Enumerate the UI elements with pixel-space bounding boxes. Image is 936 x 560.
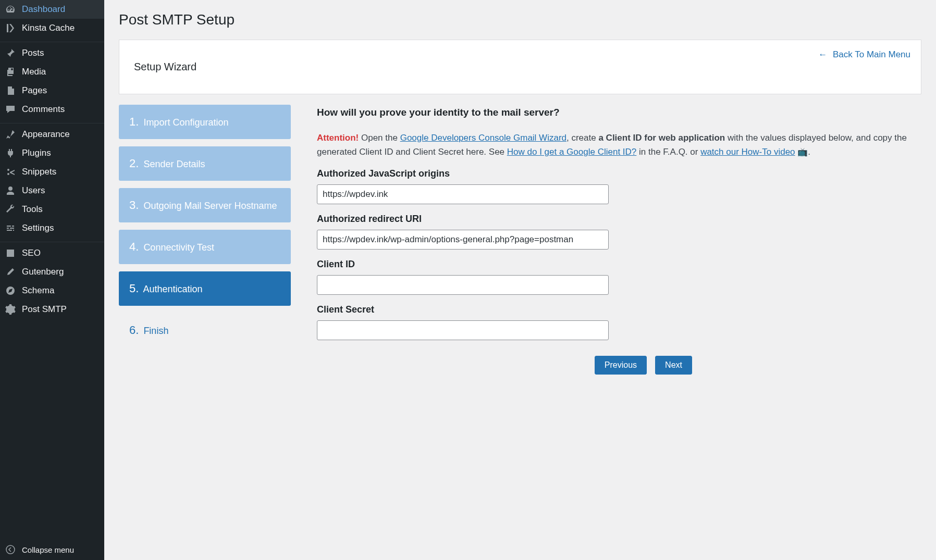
sidebar-item-label: Appearance [22,129,70,140]
tv-icon: 📺 [797,147,808,156]
page-title: Post SMTP Setup [119,11,921,28]
sidebar-item-label: Dashboard [22,4,65,15]
comment-icon [5,104,16,115]
wrench-icon [5,204,16,215]
client-secret-input[interactable] [317,320,609,340]
pin-icon [5,48,16,58]
sidebar-item-label: SEO [22,248,41,258]
menu-separator [0,239,104,242]
wizard-step-import[interactable]: 1. Import Configuration [119,105,291,139]
sidebar-item-seo[interactable]: SEO [0,244,104,263]
sidebar-item-users[interactable]: Users [0,181,104,200]
howto-video-link[interactable]: watch our How-To video [700,147,795,157]
js-origins-label: Authorized JavaScript origins [317,168,921,179]
annotation-arrow-icon [932,268,936,300]
sidebar-item-label: Plugins [22,148,51,158]
main-content: Post SMTP Setup ← Back To Main Menu Setu… [104,0,936,560]
bold-client-id: a Client ID for web application [598,133,725,143]
wizard-step-label: Connectivity Test [143,242,214,253]
next-button[interactable]: Next [655,356,692,375]
brush-icon [5,129,16,140]
sidebar-item-label: Gutenberg [22,267,64,277]
sidebar-item-label: Snippets [22,167,56,177]
wizard-steps-list: 1. Import Configuration 2. Sender Detail… [119,105,291,375]
sidebar-item-label: Settings [22,223,54,233]
redirect-uri-label: Authorized redirect URI [317,214,921,225]
annotation-arrow-icon [932,314,936,345]
plug-icon [5,148,16,158]
sidebar-item-label: Users [22,185,45,196]
sidebar-item-label: Kinsta Cache [22,23,75,33]
sidebar-item-post-smtp[interactable]: Post SMTP [0,300,104,319]
client-id-input[interactable] [317,275,609,295]
wizard-step-label: Finish [143,326,168,336]
sidebar-item-schema[interactable]: Schema [0,281,104,300]
wizard-step-finish[interactable]: 6. Finish [119,313,291,347]
compass-icon [5,285,16,296]
attention-label: Attention! [317,133,359,143]
pencil-icon [5,267,16,277]
sidebar-item-media[interactable]: Media [0,63,104,81]
menu-separator [0,120,104,123]
sidebar-item-label: Comments [22,104,65,115]
client-id-label: Client ID [317,259,921,270]
faq-link[interactable]: How do I get a Google Client ID? [507,147,637,157]
wizard-step-outgoing[interactable]: 3. Outgoing Mail Server Hostname [119,188,291,222]
collapse-icon [5,544,16,555]
wizard-step-label: Authentication [143,284,202,294]
auth-heading: How will you prove your identity to the … [317,107,921,118]
seo-icon [5,248,16,258]
gear-icon [5,304,16,315]
kinsta-icon [5,23,16,33]
sidebar-item-comments[interactable]: Comments [0,100,104,119]
sidebar-item-kinsta-cache[interactable]: Kinsta Cache [0,19,104,38]
panel-subtitle: Setup Wizard [134,61,906,73]
page-icon [5,85,16,96]
sidebar-item-plugins[interactable]: Plugins [0,144,104,163]
collapse-menu-button[interactable]: Collapse menu [0,539,104,560]
collapse-label: Collapse menu [22,545,74,554]
wizard-step-connectivity[interactable]: 4. Connectivity Test [119,230,291,264]
google-wizard-link[interactable]: Google Developers Console Gmail Wizard [400,133,566,143]
sidebar-item-snippets[interactable]: Snippets [0,163,104,181]
wizard-step-sender[interactable]: 2. Sender Details [119,146,291,181]
sidebar-item-gutenberg[interactable]: Gutenberg [0,263,104,281]
sidebar-item-label: Posts [22,48,44,58]
wizard-step-label: Import Configuration [143,117,228,128]
sidebar-item-label: Tools [22,204,43,215]
menu-separator [0,39,104,42]
sidebar-item-pages[interactable]: Pages [0,81,104,100]
sidebar-item-posts[interactable]: Posts [0,44,104,63]
back-to-main-menu-link[interactable]: ← Back To Main Menu [818,49,910,60]
previous-button[interactable]: Previous [595,356,647,375]
admin-sidebar: Dashboard Kinsta Cache Posts Media Pa [0,0,104,560]
sidebar-item-tools[interactable]: Tools [0,200,104,219]
wizard-step-label: Sender Details [143,159,205,169]
redirect-uri-input[interactable] [317,230,609,250]
sidebar-item-label: Post SMTP [22,304,67,315]
user-icon [5,185,16,196]
svg-point-0 [6,545,15,554]
arrow-left-icon: ← [818,49,827,60]
wizard-header-panel: ← Back To Main Menu Setup Wizard [119,40,921,94]
sidebar-item-appearance[interactable]: Appearance [0,125,104,144]
sidebar-item-dashboard[interactable]: Dashboard [0,0,104,19]
wizard-content: How will you prove your identity to the … [317,105,921,375]
sidebar-item-label: Pages [22,85,47,96]
back-link-label: Back To Main Menu [833,49,910,59]
auth-instructions: Attention! Open the Google Developers Co… [317,131,921,159]
js-origins-input[interactable] [317,184,609,204]
sidebar-item-label: Media [22,67,46,77]
sidebar-item-settings[interactable]: Settings [0,219,104,238]
client-secret-label: Client Secret [317,304,921,315]
sliders-icon [5,223,16,233]
dashboard-icon [5,4,16,15]
media-icon [5,67,16,77]
wizard-step-authentication[interactable]: 5. Authentication [119,271,291,306]
sidebar-item-label: Schema [22,285,54,296]
scissors-icon [5,167,16,177]
wizard-step-label: Outgoing Mail Server Hostname [143,201,277,211]
